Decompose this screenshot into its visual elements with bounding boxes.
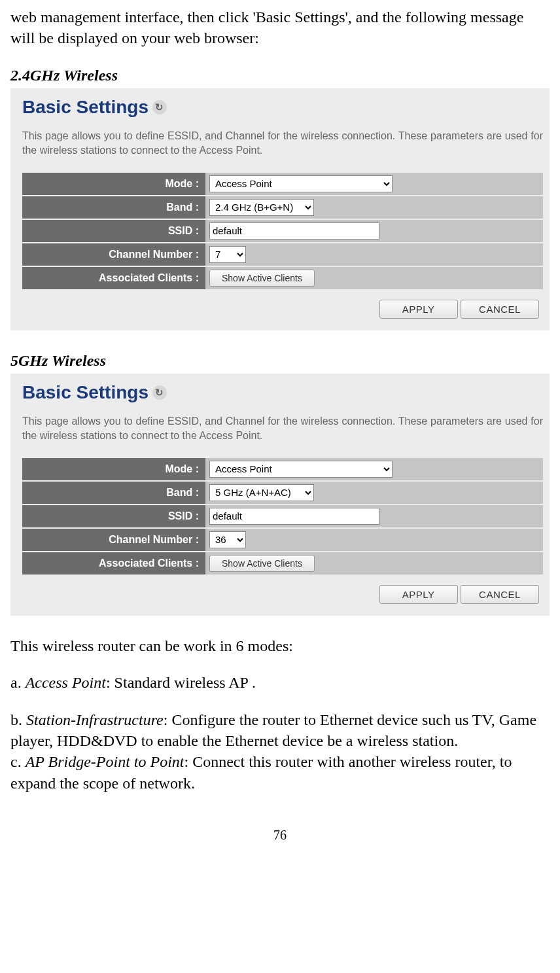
panel-24ghz: Basic Settings ↻ This page allows you to… [10, 88, 550, 330]
body-text: This wireless router can be work in 6 mo… [10, 635, 550, 794]
page-number: 76 [10, 826, 550, 844]
panel-desc-5ghz: This page allows you to define ESSID, an… [22, 414, 543, 444]
band-select[interactable]: 5 GHz (A+N+AC) [209, 484, 314, 501]
ssid-input[interactable] [209, 508, 379, 525]
mode-b-label: Station-Infrastructure [26, 711, 164, 728]
ssid-input[interactable] [209, 222, 379, 239]
label-channel: Channel Number : [22, 528, 205, 552]
label-mode: Mode : [22, 458, 205, 481]
label-ssid: SSID : [22, 219, 205, 243]
panel-title-text: Basic Settings [22, 95, 149, 120]
mode-a: a. Access Point: Standard wireless AP . [10, 672, 550, 693]
refresh-icon[interactable]: ↻ [152, 385, 167, 400]
modes-intro: This wireless router can be work in 6 mo… [10, 635, 550, 656]
panel-desc-24ghz: This page allows you to define ESSID, an… [22, 129, 543, 158]
label-band: Band : [22, 481, 205, 504]
label-band: Band : [22, 196, 205, 219]
mode-b-prefix: b. [10, 711, 26, 728]
mode-select[interactable]: Access Point [209, 461, 393, 478]
mode-select[interactable]: Access Point [209, 175, 393, 192]
mode-a-prefix: a. [10, 674, 26, 691]
cancel-button[interactable]: CANCEL [461, 585, 539, 604]
section-heading-24ghz: 2.4GHz Wireless [10, 65, 550, 86]
intro-text: web management interface, then click 'Ba… [10, 7, 550, 49]
mode-b: b. Station-Infrastructure: Configure the… [10, 709, 550, 752]
mode-a-rest: : Standard wireless AP . [106, 674, 256, 691]
panel-title-text: Basic Settings [22, 380, 149, 405]
apply-button[interactable]: APPLY [379, 585, 458, 604]
panel-5ghz: Basic Settings ↻ This page allows you to… [10, 374, 550, 616]
show-clients-button[interactable]: Show Active Clients [209, 555, 315, 572]
label-channel: Channel Number : [22, 243, 205, 266]
label-clients: Associated Clients : [22, 266, 205, 290]
mode-c-prefix: c. [10, 753, 26, 770]
label-mode: Mode : [22, 173, 205, 196]
channel-select[interactable]: 7 [209, 246, 246, 263]
show-clients-button[interactable]: Show Active Clients [209, 270, 315, 287]
cancel-button[interactable]: CANCEL [461, 300, 539, 319]
band-select[interactable]: 2.4 GHz (B+G+N) [209, 199, 314, 216]
mode-c: c. AP Bridge-Point to Point: Connect thi… [10, 751, 550, 794]
panel-title-24ghz: Basic Settings ↻ [22, 95, 543, 120]
mode-a-label: Access Point [26, 674, 106, 691]
form-table-5ghz: Mode : Access Point Band : 5 GHz (A+N+AC… [22, 458, 543, 576]
apply-button[interactable]: APPLY [379, 300, 458, 319]
section-heading-5ghz: 5GHz Wireless [10, 350, 550, 371]
panel-title-5ghz: Basic Settings ↻ [22, 380, 543, 405]
label-ssid: SSID : [22, 504, 205, 528]
label-clients: Associated Clients : [22, 552, 205, 575]
mode-c-label: AP Bridge-Point to Point [26, 753, 184, 770]
channel-select[interactable]: 36 [209, 531, 246, 548]
form-table-24ghz: Mode : Access Point Band : 2.4 GHz (B+G+… [22, 173, 543, 291]
refresh-icon[interactable]: ↻ [152, 100, 167, 115]
